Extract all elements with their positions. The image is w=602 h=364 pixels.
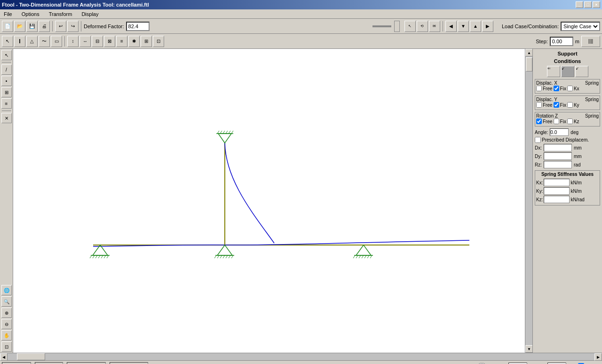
cond-btn-2[interactable]: ↙: [561, 66, 574, 77]
menu-file[interactable]: File: [2, 10, 14, 18]
dx-input[interactable]: [544, 144, 572, 151]
redo-button[interactable]: ↪: [67, 21, 79, 32]
scroll-up-button[interactable]: ▲: [525, 49, 533, 56]
cond-btn-1[interactable]: ⇐: [547, 66, 560, 77]
load-tool-5[interactable]: ≡: [116, 36, 127, 47]
cross-tool[interactable]: ✕: [1, 113, 12, 123]
menu-transform[interactable]: Transform: [47, 10, 74, 18]
dy-unit: mm: [574, 154, 582, 159]
text-tool[interactable]: I: [14, 36, 25, 47]
undo-button[interactable]: ↩: [55, 21, 66, 32]
zoom-in-tool[interactable]: ⊕: [1, 308, 12, 318]
load-case-select[interactable]: Single Case: [561, 22, 600, 31]
nav-btn-1[interactable]: ◀: [445, 21, 457, 32]
load-tool-7[interactable]: ⊞: [141, 36, 152, 47]
sep2-1: [64, 36, 65, 47]
sep-2: [81, 21, 81, 32]
fix-z-label: Fix: [560, 119, 566, 124]
step-input[interactable]: [550, 37, 573, 46]
load-tool-2[interactable]: ↔: [79, 36, 91, 47]
globe-tool[interactable]: 🌐: [1, 285, 12, 295]
free-z-check[interactable]: [536, 119, 542, 124]
print-button[interactable]: 🖨: [39, 21, 50, 32]
scroll-track-v[interactable]: [525, 56, 532, 345]
kz-label: Kz: [574, 119, 579, 124]
menu-display[interactable]: Display: [79, 10, 100, 18]
minimize-button[interactable]: _: [576, 1, 583, 8]
cond-btn-3[interactable]: ↙: [575, 66, 588, 77]
ky-spring-input[interactable]: [544, 187, 570, 195]
kz-spring-unit: kN/rad: [570, 197, 584, 202]
fix-x-check[interactable]: [554, 86, 559, 91]
scroll-right-button[interactable]: ▶: [594, 353, 602, 361]
kx-check[interactable]: [567, 86, 573, 91]
fix-y-check[interactable]: [554, 102, 559, 108]
canvas-area[interactable]: [13, 49, 525, 353]
new-button[interactable]: 📄: [2, 21, 13, 32]
fit-tool[interactable]: ⊡: [1, 341, 12, 352]
curve-tool[interactable]: 〜: [39, 36, 50, 47]
grid-tool[interactable]: ⊞: [1, 87, 12, 97]
nav-btn-3[interactable]: ▲: [470, 21, 481, 32]
structure-canvas: [13, 49, 525, 353]
panel-title-2: Conditions: [535, 58, 600, 64]
display-btn-2[interactable]: ⟲: [417, 21, 428, 32]
dy-row: Dy: mm: [535, 152, 600, 160]
fix-z-check[interactable]: [554, 119, 559, 124]
load-tool-8[interactable]: ⊡: [153, 36, 164, 47]
kz-spring-input[interactable]: [544, 196, 570, 203]
angle-label: Angle:: [535, 130, 548, 135]
line-tool[interactable]: /: [1, 64, 12, 75]
ruler-tool[interactable]: ≡: [1, 98, 12, 109]
prescribed-check[interactable]: [535, 137, 541, 143]
open-button[interactable]: 📂: [14, 21, 25, 32]
angle-input[interactable]: [550, 128, 569, 136]
display-btn-3[interactable]: ✉: [429, 21, 440, 32]
h-scroll-thumb[interactable]: [17, 353, 45, 360]
rz-input[interactable]: [544, 161, 572, 168]
menu-options[interactable]: Options: [20, 10, 41, 18]
triangle-tool[interactable]: △: [26, 36, 38, 47]
kx-spring-input[interactable]: [544, 179, 570, 186]
rz-row: Rz: rad: [535, 161, 600, 168]
load-tool-6[interactable]: ✱: [128, 36, 140, 47]
nav-btn-2[interactable]: ▼: [458, 21, 469, 32]
display-btn-1[interactable]: ↖: [404, 21, 416, 32]
zoom-tool[interactable]: 🔍: [1, 296, 12, 307]
free-y-check[interactable]: [536, 102, 542, 108]
ky-check[interactable]: [567, 102, 573, 108]
left-toolbox: ↖ / • ⊞ ≡ ✕ 🌐 🔍 ⊕ ⊖ ✋ ⊡: [0, 49, 13, 353]
deformed-factor-input[interactable]: [126, 22, 150, 31]
step-btn[interactable]: ||||: [581, 36, 600, 47]
free-z-label: Free: [543, 119, 553, 124]
free-x-check[interactable]: [536, 86, 542, 91]
dy-input[interactable]: [544, 152, 572, 160]
zoom-out-tool[interactable]: ⊖: [1, 319, 12, 329]
point-tool[interactable]: •: [1, 76, 12, 86]
grid-x-input[interactable]: [508, 363, 527, 364]
spring-y-label: Spring: [585, 97, 599, 102]
pan-tool[interactable]: ✋: [1, 330, 12, 340]
free-x-label: Free: [543, 86, 553, 91]
scroll-left-button[interactable]: ◀: [0, 353, 8, 361]
scroll-down-button[interactable]: ▼: [525, 345, 533, 353]
load-tool-4[interactable]: ⊠: [104, 36, 115, 47]
rect-tool[interactable]: ▭: [51, 36, 62, 47]
prescribed-check-row: Prescribed Displacem.: [535, 137, 600, 143]
save-button[interactable]: 💾: [26, 21, 38, 32]
rotation-z-row: Free Fix Kz: [536, 119, 599, 124]
load-tool-3[interactable]: ⊟: [92, 36, 103, 47]
close-button[interactable]: ×: [593, 1, 600, 8]
free-y-label: Free: [543, 103, 553, 108]
dy-label: Dy:: [535, 154, 542, 159]
kz-check[interactable]: [567, 119, 573, 124]
spring-z-label: Spring: [585, 113, 599, 119]
select-tool[interactable]: ↖: [2, 36, 13, 47]
load-tool-1[interactable]: ↕: [67, 36, 79, 47]
nav-btn-4[interactable]: ▶: [482, 21, 493, 32]
pointer-tool[interactable]: ↖: [1, 50, 12, 60]
maximize-button[interactable]: □: [584, 1, 592, 8]
deformed-factor-section: Deformed Factor:: [84, 22, 150, 31]
h-scroll-track[interactable]: [8, 353, 594, 360]
grid-y-input[interactable]: [547, 363, 566, 364]
